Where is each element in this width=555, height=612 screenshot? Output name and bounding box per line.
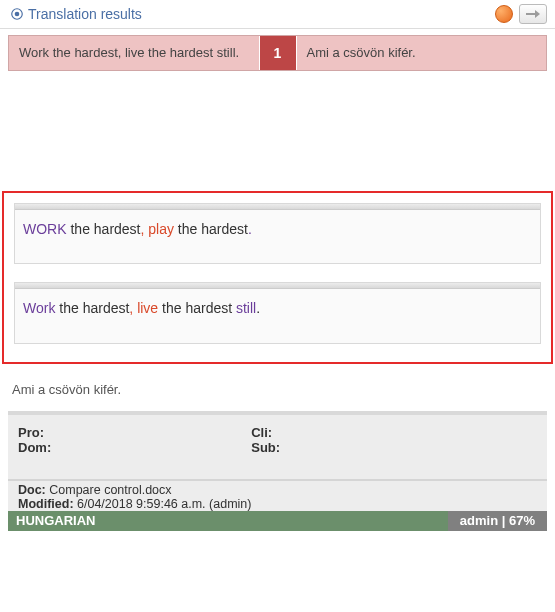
- tok-period: .: [256, 300, 260, 316]
- tok-work: Work: [23, 300, 55, 316]
- tok: the hardest: [158, 300, 236, 316]
- tok: the hardest: [174, 221, 248, 237]
- segment-1[interactable]: WORK the hardest, play the hardest.: [14, 203, 541, 265]
- status-language: HUNGARIAN: [8, 511, 448, 531]
- modified-value: 6/04/2018 9:59:46 a.m. (admin): [74, 497, 252, 511]
- tok-comma: ,: [129, 300, 137, 316]
- status-bar: HUNGARIAN admin | 67%: [8, 511, 547, 531]
- meta-block: Pro: Dom: Cli: Sub:: [8, 415, 547, 479]
- tok-period: .: [248, 221, 252, 237]
- sub-label: Sub:: [251, 440, 280, 455]
- tok: the hardest: [67, 221, 141, 237]
- doc-label: Doc:: [18, 483, 46, 497]
- header-actions: [495, 4, 547, 24]
- result-number: 1: [260, 36, 296, 70]
- segment-2-text: Work the hardest, live the hardest still…: [15, 289, 540, 343]
- refresh-button[interactable]: [495, 5, 513, 23]
- pro-label: Pro:: [18, 425, 44, 440]
- modified-label: Modified:: [18, 497, 74, 511]
- dom-label: Dom:: [18, 440, 51, 455]
- translation-preview: Ami a csövön kifér.: [0, 372, 555, 411]
- doc-info: Doc: Compare control.docx Modified: 6/04…: [8, 479, 547, 511]
- tok-work: WORK: [23, 221, 67, 237]
- forward-button[interactable]: [519, 4, 547, 24]
- result-row[interactable]: Work the hardest, live the hardest still…: [8, 35, 547, 71]
- tok-live: live: [137, 300, 158, 316]
- segment-1-text: WORK the hardest, play the hardest.: [15, 210, 540, 264]
- meta-right: Cli: Sub:: [251, 425, 280, 455]
- status-right: admin | 67%: [448, 511, 547, 531]
- doc-value: Compare control.docx: [46, 483, 172, 497]
- tok-play: play: [148, 221, 174, 237]
- result-source: Work the hardest, live the hardest still…: [9, 36, 260, 70]
- tok: the hardest: [55, 300, 129, 316]
- eye-icon: [10, 7, 24, 21]
- header: Translation results: [0, 0, 555, 29]
- result-target: Ami a csövön kifér.: [296, 36, 547, 70]
- status-user: admin: [460, 513, 498, 528]
- status-sep: |: [498, 513, 509, 528]
- tok-still: still: [236, 300, 256, 316]
- header-title: Translation results: [28, 6, 495, 22]
- comparison-highlight: WORK the hardest, play the hardest. Work…: [2, 191, 553, 364]
- status-percent: 67%: [509, 513, 535, 528]
- segment-2[interactable]: Work the hardest, live the hardest still…: [14, 282, 541, 344]
- svg-point-1: [15, 12, 20, 17]
- cli-label: Cli:: [251, 425, 272, 440]
- meta-left: Pro: Dom:: [18, 425, 51, 455]
